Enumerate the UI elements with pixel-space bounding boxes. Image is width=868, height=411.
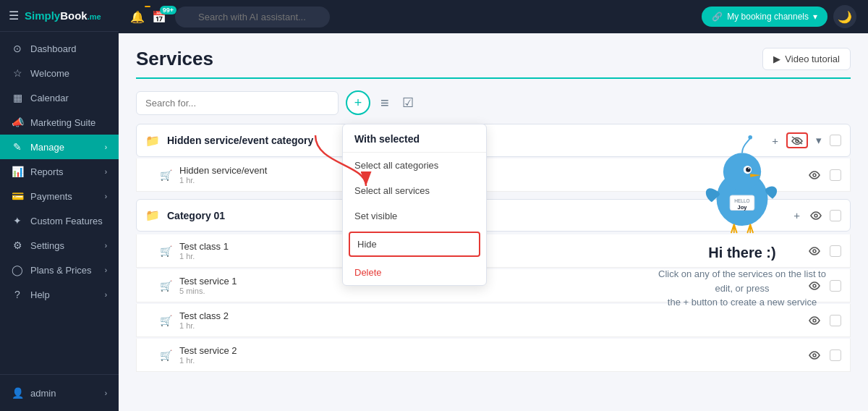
sidebar-item-reports[interactable]: 📊 Reports › — [0, 159, 119, 184]
greeting-text: Hi there :) — [708, 245, 775, 261]
sidebar-item-label: Calendar — [30, 93, 69, 103]
sidebar-item-dashboard[interactable]: ⊙ Dashboard — [0, 36, 119, 61]
sidebar-nav: ⊙ Dashboard ☆ Welcome ▦ Calendar 📣 Marke… — [0, 32, 119, 374]
service-type-icon: 🛒 — [160, 315, 172, 326]
video-btn-label: Video tutorial — [785, 54, 840, 64]
settings-icon: ⚙ — [12, 240, 23, 251]
sidebar-item-help[interactable]: ? Help › — [0, 282, 119, 307]
sidebar-item-marketing[interactable]: 📣 Marketing Suite — [0, 110, 119, 135]
main-content: Services ▶ Video tutorial + ≡ ☑ With sel… — [119, 33, 868, 411]
calendar-icon: ▦ — [12, 92, 23, 103]
play-icon: ▶ — [773, 54, 780, 64]
service-row[interactable]: 🛒 Test service 2 1 hr. — [136, 339, 851, 372]
link-icon: 🔗 — [712, 12, 723, 22]
logo: SimplyBook.me — [25, 9, 101, 22]
notification-badge — [145, 6, 150, 7]
hint-text: Click on any of the services on the list… — [648, 267, 836, 310]
folder-icon: 📁 — [145, 208, 160, 222]
booking-channels-button[interactable]: 🔗 My booking channels ▾ — [702, 7, 827, 27]
marketing-icon: 📣 — [12, 116, 23, 128]
sidebar-item-calendar[interactable]: ▦ Calendar — [0, 85, 119, 110]
sidebar-item-admin[interactable]: 👤 admin › — [0, 381, 119, 405]
calendar-badge: 99+ — [160, 6, 176, 14]
service-search-input[interactable] — [136, 91, 339, 115]
sidebar-header: ☰ SimplyBook.me — [0, 0, 119, 32]
video-tutorial-button[interactable]: ▶ Video tutorial — [762, 48, 851, 70]
sidebar-item-label: admin — [30, 388, 56, 399]
chevron-icon: › — [105, 192, 107, 200]
sidebar-item-plans[interactable]: ◯ Plans & Prices › — [0, 258, 119, 282]
sidebar-item-label: Custom Features — [30, 216, 103, 226]
page-title: Services — [136, 48, 213, 70]
chevron-down-icon: ▾ — [813, 12, 817, 22]
sidebar-item-settings[interactable]: ⚙ Settings › — [0, 233, 119, 258]
chevron-icon: › — [105, 291, 107, 299]
dashboard-icon: ⊙ — [12, 43, 23, 54]
service-type-icon: 🛒 — [160, 349, 172, 361]
topbar: 🔔 📅 99+ 🔍 🔗 My booking channels ▾ 🌙 — [119, 0, 868, 33]
dropdown-header: With selected — [343, 124, 486, 153]
reports-icon: 📊 — [12, 166, 23, 177]
topbar-search-input[interactable] — [175, 7, 330, 27]
custom-features-icon: ✦ — [12, 215, 23, 226]
sidebar-item-label: Help — [30, 289, 50, 300]
topbar-icons: 🔔 📅 99+ — [130, 10, 166, 24]
admin-icon: 👤 — [12, 387, 23, 399]
booking-btn-label: My booking channels — [727, 12, 809, 22]
sidebar-item-label: Payments — [30, 191, 72, 202]
dropdown-item-set-visible[interactable]: Set visible — [343, 203, 486, 229]
service-type-icon: 🛒 — [160, 245, 172, 257]
calendar-topbar-icon[interactable]: 📅 99+ — [152, 10, 166, 24]
sidebar-item-label: Plans & Prices — [30, 265, 92, 276]
svg-point-11 — [746, 167, 751, 172]
bird-illustration: HELLO Joy — [692, 135, 793, 236]
sidebar-item-label: Welcome — [30, 68, 69, 79]
right-panel: HELLO Joy Hi there :) Click on any of th… — [634, 120, 851, 324]
svg-point-16 — [748, 135, 752, 140]
sidebar-item-label: Marketing Suite — [30, 117, 95, 128]
chevron-icon: › — [105, 242, 107, 250]
svg-point-12 — [748, 168, 749, 169]
dropdown-item-delete[interactable]: Delete — [343, 260, 486, 285]
sidebar-footer: 👤 admin › — [0, 374, 119, 411]
service-visibility-button[interactable] — [807, 349, 822, 362]
sidebar-item-welcome[interactable]: ☆ Welcome — [0, 61, 119, 85]
hamburger-icon[interactable]: ☰ — [9, 9, 19, 22]
notification-icon[interactable]: 🔔 — [130, 10, 145, 24]
service-checkbox[interactable] — [830, 349, 841, 361]
service-type-icon: 🛒 — [160, 169, 172, 181]
select-all-button[interactable]: ☑ — [399, 92, 417, 114]
service-duration: 1 hr. — [179, 356, 799, 365]
dropdown-item-select-all-categories[interactable]: Select all categories — [343, 153, 486, 178]
chevron-icon: › — [105, 389, 107, 397]
svg-text:Joy: Joy — [738, 204, 748, 211]
help-icon: ? — [12, 289, 23, 300]
chevron-icon: › — [105, 143, 107, 151]
sidebar-item-payments[interactable]: 💳 Payments › — [0, 184, 119, 208]
service-name: Test service 2 — [179, 345, 799, 356]
page-header: Services ▶ Video tutorial — [136, 48, 851, 79]
svg-point-7 — [813, 354, 816, 357]
sidebar-item-label: Dashboard — [30, 43, 77, 54]
plans-icon: ◯ — [12, 264, 23, 276]
sidebar-item-label: Manage — [30, 142, 64, 153]
add-service-button[interactable]: + — [346, 90, 370, 115]
chevron-icon: › — [105, 168, 107, 176]
folder-icon: 📁 — [145, 134, 160, 148]
sidebar-item-manage[interactable]: ✎ Manage › — [0, 135, 119, 159]
svg-text:HELLO: HELLO — [734, 198, 749, 203]
dark-mode-toggle[interactable]: 🌙 — [833, 5, 856, 28]
dropdown-item-select-all-services[interactable]: Select all services — [343, 178, 486, 203]
topbar-right: 🔗 My booking channels ▾ 🌙 — [702, 5, 856, 28]
sidebar-item-label: Reports — [30, 166, 64, 177]
service-info: Test service 2 1 hr. — [179, 345, 799, 365]
toolbar: + ≡ ☑ With selected Select all categorie… — [136, 90, 851, 115]
sidebar-item-custom-features[interactable]: ✦ Custom Features — [0, 208, 119, 233]
sidebar: ☰ SimplyBook.me ⊙ Dashboard ☆ Welcome ▦ … — [0, 0, 119, 411]
search-wrapper: 🔍 — [175, 7, 435, 27]
welcome-icon: ☆ — [12, 67, 23, 79]
svg-point-9 — [723, 153, 761, 190]
menu-icon-button[interactable]: ≡ — [378, 92, 392, 114]
chevron-icon: › — [105, 266, 107, 274]
dropdown-item-hide[interactable]: Hide — [349, 232, 480, 257]
